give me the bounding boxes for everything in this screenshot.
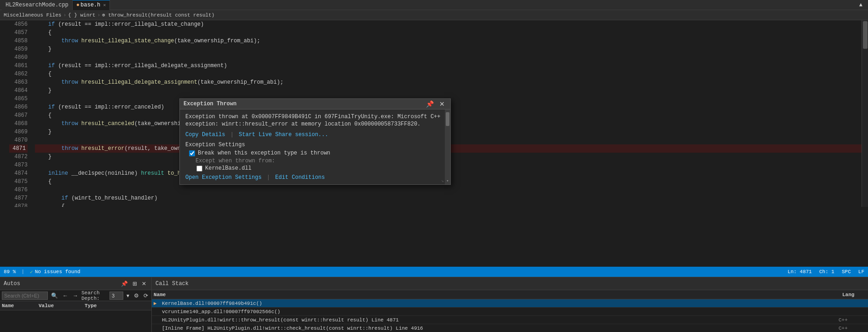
tab-hl2researchmode-label: HL2ResearchMode.cpp	[6, 2, 69, 8]
ln-4857: 4857	[9, 29, 28, 37]
cs-row-1-name: vcruntime140_app.dll!00007ff97002566c()	[161, 309, 839, 315]
popup-scrollbar[interactable]: ▾	[445, 109, 450, 184]
cs-row-3-name: [Inline Frame] HL2UnityPlugin.dll!winrt:…	[161, 326, 839, 331]
code-line-4861: if (result == impl::error_illegal_delega…	[35, 62, 862, 70]
ln-4864: 4864	[9, 86, 28, 95]
exception-popup-header: Exception Thrown 📌 ✕	[180, 99, 450, 109]
status-ln: Ln: 4871	[788, 269, 812, 275]
breadcrumb-winrt[interactable]: { } winrt	[68, 12, 95, 18]
kernelbase-label: KernelBase.dll	[205, 165, 252, 172]
edit-conditions-link[interactable]: Edit Conditions	[275, 174, 325, 181]
cs-row-2[interactable]: HL2UnityPlugin.dll!winrt::throw_hresult(…	[152, 316, 868, 324]
search-depth-input[interactable]	[109, 292, 123, 300]
cs-row-1[interactable]: vcruntime140_app.dll!00007ff97002566c()	[152, 308, 868, 316]
autos-search-bar: 🔍 ← → Search Depth: ▾ ⚙ ⟳	[0, 290, 151, 301]
breadcrumb-throw-hresult[interactable]: ⊕ throw_hresult(hresult const result)	[102, 12, 214, 18]
ln-4876: 4876	[9, 186, 28, 194]
breadcrumb-sep-2: ›	[97, 12, 100, 18]
no-issues-text: No issues found	[35, 269, 80, 275]
autos-toolbar: 📌 ⊞ ✕	[120, 280, 148, 287]
status-bar: 89 % | ✓ No issues found Ln: 4871 Ch: 1 …	[0, 267, 868, 277]
vertical-scrollbar[interactable]	[862, 20, 868, 207]
cs-row-3[interactable]: [Inline Frame] HL2UnityPlugin.dll!winrt:…	[152, 324, 868, 332]
autos-table: Name Value Type	[0, 301, 151, 332]
resize-handle[interactable]: ↘	[441, 178, 444, 183]
code-line-4858: throw hresult_illegal_state_change(take_…	[35, 37, 862, 45]
ln-4869: 4869	[9, 128, 28, 136]
tab-hl2researchmode[interactable]: HL2ResearchMode.cpp	[2, 0, 73, 10]
ln-4868: 4868	[9, 120, 28, 128]
cs-row-0-icon: ▶	[154, 300, 161, 306]
popup-scroll-thumb[interactable]	[446, 112, 449, 126]
ln-4858: 4858	[9, 37, 28, 45]
scroll-thumb[interactable]	[863, 21, 868, 49]
breadcrumb-misc-files[interactable]: Miscellaneous Files	[4, 12, 61, 18]
exception-popup-body: Exception thrown at 0x00007FF9849B491C i…	[180, 109, 450, 184]
refresh-icon-btn[interactable]: ⟳	[142, 292, 149, 299]
ln-4862: 4862	[9, 70, 28, 78]
tab-close-icon[interactable]: ✕	[103, 2, 106, 8]
ln-4859: 4859	[9, 45, 28, 53]
search-icon-btn[interactable]: 🔍	[50, 292, 59, 299]
open-exception-settings-link[interactable]: Open Exception Settings	[185, 174, 262, 181]
autos-search-input[interactable]	[2, 292, 48, 300]
live-share-link[interactable]: Start Live Share session...	[239, 132, 328, 138]
ln-4873: 4873	[9, 161, 28, 169]
search-fwd-btn[interactable]: →	[71, 292, 80, 299]
gutter	[0, 20, 9, 207]
line-numbers: 4856 4857 4858 4859 4860 4861 4862 4863 …	[9, 20, 31, 207]
callstack-title-bar: Call Stack	[152, 277, 868, 290]
code-line-4864: }	[35, 86, 862, 95]
search-back-btn[interactable]: ←	[61, 292, 69, 299]
title-bar: HL2ResearchMode.cpp ● base.h ✕ ▲	[0, 0, 868, 10]
autos-col-name: Name	[0, 303, 37, 309]
pin-panel-btn[interactable]: 📌	[120, 280, 129, 287]
cs-row-3-lang: C++	[839, 326, 866, 331]
exception-popup-title: Exception Thrown	[184, 101, 236, 107]
ln-4866: 4866	[9, 103, 28, 111]
cs-col-lang: Lang	[840, 292, 868, 298]
cs-row-0-name: KernelBase.dll!00007ff9849b491c()	[161, 301, 839, 306]
autos-col-type: Type	[83, 303, 151, 309]
ln-4860: 4860	[9, 53, 28, 62]
cs-col-name: Name	[152, 292, 840, 298]
exception-settings-section: Exception Settings Break when this excep…	[185, 142, 441, 172]
ln-4871: 4871	[9, 144, 28, 153]
close-panel-btn[interactable]: ✕	[140, 280, 148, 287]
ln-4874: 4874	[9, 169, 28, 177]
cs-header: Name Lang	[152, 290, 868, 299]
call-stack-table: Name Lang ▶ KernelBase.dll!00007ff9849b4…	[152, 290, 868, 332]
exception-footer-links: Open Exception Settings | Edit Condition…	[185, 174, 441, 181]
ln-4856: 4856	[9, 20, 28, 29]
break-exception-row: Break when this exception type is thrown	[189, 150, 441, 156]
cs-row-0[interactable]: ▶ KernelBase.dll!00007ff9849b491c()	[152, 299, 868, 308]
break-exception-checkbox[interactable]	[189, 150, 195, 156]
ln-4878: 4878	[9, 202, 28, 207]
popup-pin-button[interactable]: 📌	[424, 101, 436, 107]
status-zoom: 89 %	[4, 269, 16, 275]
copy-details-link[interactable]: Copy Details	[185, 132, 225, 138]
status-spaces: SPC	[842, 269, 851, 275]
settings-icon-btn[interactable]: ⚙	[132, 292, 140, 299]
search-depth-down[interactable]: ▾	[125, 292, 131, 299]
status-sep-1: |	[21, 269, 24, 275]
breadcrumb-bar: Miscellaneous Files › { } winrt › ⊕ thro…	[0, 10, 868, 20]
status-ch: Ch: 1	[819, 269, 834, 275]
settings-label: Exception Settings	[185, 142, 441, 148]
popup-scroll-down[interactable]: ▾	[446, 178, 448, 183]
ln-4867: 4867	[9, 111, 28, 120]
call-stack-panel: Call Stack Name Lang ▶ KernelBase.dll!00…	[152, 277, 868, 332]
collapse-btn[interactable]: ▲	[856, 2, 866, 8]
tab-modified-indicator: ●	[76, 2, 80, 8]
autos-title-bar: Autos 📌 ⊞ ✕	[0, 277, 151, 290]
popup-close-button[interactable]: ✕	[437, 101, 447, 107]
autos-panel: Autos 📌 ⊞ ✕ 🔍 ← → Search Depth: ▾ ⚙ ⟳ Na…	[0, 277, 152, 332]
tab-base-h[interactable]: ● base.h ✕	[73, 0, 110, 10]
ln-4875: 4875	[9, 177, 28, 186]
kernelbase-checkbox[interactable]	[196, 166, 202, 172]
popup-controls: 📌 ✕	[424, 101, 447, 107]
code-line-4877: if (winrt_to_hresult_handler)	[35, 194, 862, 202]
autos-col-value: Value	[37, 303, 83, 309]
autos-title: Autos	[4, 280, 20, 287]
dock-panel-btn[interactable]: ⊞	[131, 280, 138, 287]
